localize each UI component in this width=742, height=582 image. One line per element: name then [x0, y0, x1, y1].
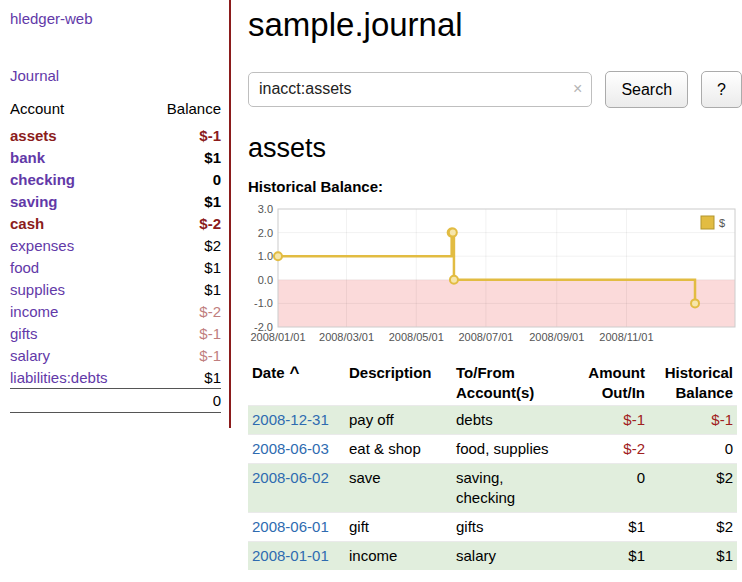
account-row: saving$1 — [10, 190, 221, 212]
transaction-accounts: debts — [452, 406, 577, 435]
register-col-amount-line2: Out/In — [602, 384, 645, 401]
account-balance: 0 — [146, 168, 221, 190]
help-button[interactable]: ? — [701, 71, 742, 108]
account-link[interactable]: assets — [10, 127, 57, 144]
transaction-date-link[interactable]: 2008-06-02 — [252, 469, 329, 486]
data-point-marker — [449, 229, 457, 237]
account-balance: $-2 — [146, 212, 221, 234]
chart-title: Historical Balance: — [248, 178, 742, 195]
account-row: food$1 — [10, 256, 221, 278]
transaction-accounts: gifts — [452, 513, 577, 542]
sidebar: hledger-web Journal Account Balance asse… — [0, 0, 231, 428]
account-row: bank$1 — [10, 146, 221, 168]
search-button[interactable]: Search — [605, 71, 688, 108]
register-col-balance: Historical Balance — [649, 361, 737, 406]
register-table: Date^ Description To/From Account(s) Amo… — [248, 361, 737, 570]
account-link[interactable]: income — [10, 303, 58, 320]
clear-search-icon[interactable]: × — [573, 81, 582, 97]
transaction-balance: 0 — [649, 435, 737, 464]
main-content: sample.journal × Search ? assets Histori… — [248, 0, 742, 570]
transaction-description: eat & shop — [345, 435, 452, 464]
register-col-date[interactable]: Date^ — [248, 361, 345, 406]
account-balance: $1 — [146, 366, 221, 389]
y-axis-tick-label: 1.0 — [258, 250, 273, 262]
account-row: expenses$2 — [10, 234, 221, 256]
register-col-description: Description — [345, 361, 452, 406]
register-col-balance-line2: Balance — [675, 384, 733, 401]
balance-chart-svg: 3.02.01.00.0-1.0-2.02008/01/012008/03/01… — [248, 203, 738, 347]
account-row: income$-2 — [10, 300, 221, 322]
transaction-amount: 0 — [577, 464, 649, 513]
transaction-balance: $1 — [649, 542, 737, 571]
account-heading: assets — [248, 133, 742, 164]
transaction-amount: $1 — [577, 513, 649, 542]
accounts-col-balance: Balance — [146, 98, 221, 124]
account-balance: $-2 — [146, 300, 221, 322]
register-header-row: Date^ Description To/From Account(s) Amo… — [248, 361, 737, 406]
account-link[interactable]: expenses — [10, 237, 74, 254]
page-title: sample.journal — [248, 6, 742, 44]
y-axis-tick-label: 3.0 — [258, 203, 273, 215]
account-link[interactable]: liabilities:debts — [10, 369, 108, 386]
legend-swatch — [701, 216, 714, 229]
account-row: salary$-1 — [10, 344, 221, 366]
transaction-description: income — [345, 542, 452, 571]
app-title-link[interactable]: hledger-web — [10, 10, 93, 27]
transaction-row: 2008-06-01giftgifts$1$2 — [248, 513, 737, 542]
register-col-accounts-line2: Account(s) — [456, 384, 534, 401]
nav-journal-link[interactable]: Journal — [10, 67, 59, 84]
data-point-marker — [691, 299, 699, 307]
transaction-amount: $-1 — [577, 406, 649, 435]
transaction-date-link[interactable]: 2008-01-01 — [252, 547, 329, 564]
account-row: gifts$-1 — [10, 322, 221, 344]
account-balance: $1 — [146, 278, 221, 300]
transaction-description: save — [345, 464, 452, 513]
account-balance: $2 — [146, 234, 221, 256]
register-col-balance-line1: Historical — [665, 364, 733, 381]
account-row: supplies$1 — [10, 278, 221, 300]
legend-label: $ — [719, 217, 725, 229]
search-box: × — [248, 72, 592, 107]
transaction-accounts: salary — [452, 542, 577, 571]
account-link[interactable]: checking — [10, 171, 75, 188]
accounts-col-account: Account — [10, 98, 146, 124]
x-axis-tick-label: 2008/11/01 — [599, 331, 653, 343]
account-balance: $-1 — [146, 124, 221, 146]
transaction-date-link[interactable]: 2008-06-03 — [252, 440, 329, 457]
account-link[interactable]: supplies — [10, 281, 65, 298]
transaction-balance: $-1 — [649, 406, 737, 435]
data-point-marker — [450, 276, 458, 284]
register-col-accounts: To/From Account(s) — [452, 361, 577, 406]
y-axis-tick-label: 2.0 — [258, 227, 273, 239]
y-axis-tick-label: 0.0 — [258, 274, 273, 286]
register-col-amount: Amount Out/In — [577, 361, 649, 406]
transaction-amount: $-2 — [577, 435, 649, 464]
x-axis-tick-label: 2008/05/01 — [389, 331, 444, 343]
account-balance: $1 — [146, 256, 221, 278]
sort-ascending-icon: ^ — [290, 363, 300, 382]
transaction-date-link[interactable]: 2008-12-31 — [252, 411, 329, 428]
account-row: checking0 — [10, 168, 221, 190]
register-col-amount-line1: Amount — [588, 364, 645, 381]
x-axis-tick-label: 2008/09/01 — [529, 331, 584, 343]
account-link[interactable]: gifts — [10, 325, 38, 342]
x-axis-tick-label: 2008/01/01 — [250, 331, 305, 343]
x-axis-tick-label: 2008/03/01 — [319, 331, 374, 343]
y-axis-tick-label: -1.0 — [254, 297, 273, 309]
accounts-table: Account Balance assets$-1bank$1checking0… — [10, 98, 221, 413]
account-row: cash$-2 — [10, 212, 221, 234]
transaction-date-link[interactable]: 2008-06-01 — [252, 518, 329, 535]
transaction-balance: $2 — [649, 464, 737, 513]
search-input[interactable] — [249, 73, 591, 98]
account-link[interactable]: bank — [10, 149, 45, 166]
transaction-accounts: food, supplies — [452, 435, 577, 464]
transaction-row: 2008-12-31pay offdebts$-1$-1 — [248, 406, 737, 435]
transaction-row: 2008-06-02savesaving, checking0$2 — [248, 464, 737, 513]
account-link[interactable]: saving — [10, 193, 58, 210]
account-link[interactable]: salary — [10, 347, 50, 364]
accounts-total-value: 0 — [146, 389, 221, 413]
account-balance: $-1 — [146, 322, 221, 344]
account-link[interactable]: food — [10, 259, 39, 276]
account-balance: $1 — [146, 190, 221, 212]
account-link[interactable]: cash — [10, 215, 44, 232]
